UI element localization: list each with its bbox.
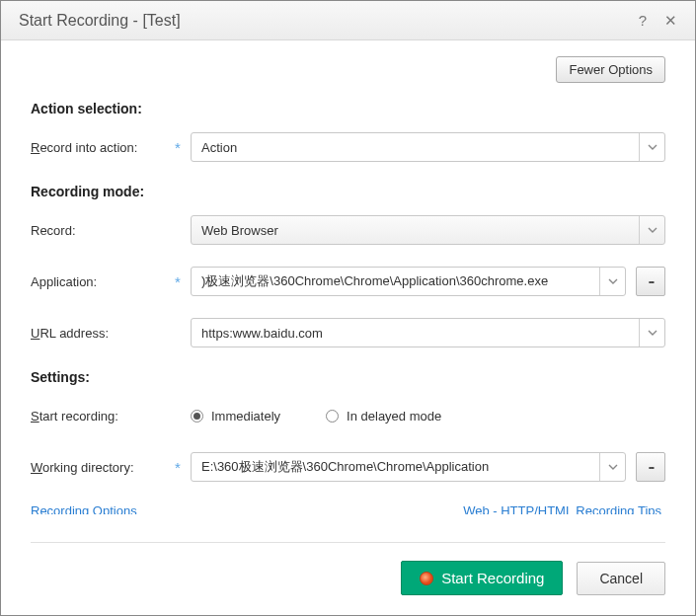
- fewer-options-button[interactable]: Fewer Options: [556, 56, 665, 83]
- record-icon: [420, 572, 433, 585]
- required-marker: *: [171, 273, 185, 290]
- required-marker: *: [171, 459, 185, 476]
- close-icon[interactable]: ✕: [659, 10, 681, 32]
- label-working-directory: Working directory:: [31, 460, 169, 475]
- label-start-recording: Start recording:: [31, 409, 169, 424]
- radio-label: In delayed mode: [347, 409, 441, 424]
- working-directory-combo[interactable]: E:\360极速浏览器\360Chrome\Chrome\Application: [191, 452, 626, 482]
- required-marker: *: [171, 139, 185, 156]
- chevron-down-icon[interactable]: [639, 319, 664, 346]
- record-into-action-value: Action: [192, 140, 639, 155]
- recording-options-link[interactable]: Recording Options: [31, 503, 137, 514]
- section-settings: Settings:: [31, 369, 665, 385]
- label-application: Application:: [31, 274, 169, 289]
- url-address-combo[interactable]: https:www.baidu.com: [191, 318, 665, 347]
- browse-working-directory-button[interactable]: ...: [636, 452, 665, 482]
- radio-icon: [326, 410, 339, 423]
- chevron-down-icon[interactable]: [639, 216, 664, 244]
- record-into-action-combo[interactable]: Action: [191, 132, 665, 162]
- record-mode-combo[interactable]: Web Browser: [191, 215, 665, 245]
- label-record-into-action: Record into action:: [31, 140, 169, 155]
- recording-tips-link[interactable]: Web - HTTP/HTML Recording Tips: [463, 503, 661, 514]
- dialog-content: Fewer Options Action selection: Record i…: [1, 40, 695, 514]
- application-value: )极速浏览器\360Chrome\Chrome\Application\360c…: [192, 272, 599, 290]
- browse-application-button[interactable]: ...: [636, 267, 665, 296]
- record-mode-value: Web Browser: [192, 223, 639, 238]
- label-url-address: URL address:: [31, 326, 169, 341]
- radio-icon: [191, 410, 203, 423]
- dialog-footer: Start Recording Cancel: [31, 542, 665, 615]
- cancel-button[interactable]: Cancel: [577, 562, 665, 595]
- start-recording-label: Start Recording: [441, 570, 544, 586]
- label-record: Record:: [31, 223, 169, 238]
- help-icon[interactable]: ?: [632, 10, 654, 32]
- section-action-selection: Action selection:: [31, 101, 665, 116]
- section-recording-mode: Recording mode:: [31, 184, 665, 199]
- start-recording-radio-group: Immediately In delayed mode: [191, 409, 665, 424]
- url-address-value: https:www.baidu.com: [192, 326, 639, 341]
- radio-delayed[interactable]: In delayed mode: [326, 409, 441, 424]
- titlebar: Start Recording - [Test] ? ✕: [1, 1, 695, 40]
- radio-label: Immediately: [211, 409, 280, 424]
- dialog-title: Start Recording - [Test]: [19, 12, 626, 30]
- application-combo[interactable]: )极速浏览器\360Chrome\Chrome\Application\360c…: [191, 267, 626, 296]
- chevron-down-icon[interactable]: [599, 453, 625, 481]
- start-recording-dialog: Start Recording - [Test] ? ✕ Fewer Optio…: [0, 0, 696, 616]
- chevron-down-icon[interactable]: [639, 133, 664, 161]
- chevron-down-icon[interactable]: [599, 268, 625, 295]
- radio-immediately[interactable]: Immediately: [191, 409, 280, 424]
- working-directory-value: E:\360极速浏览器\360Chrome\Chrome\Application: [192, 458, 599, 476]
- start-recording-button[interactable]: Start Recording: [401, 561, 563, 595]
